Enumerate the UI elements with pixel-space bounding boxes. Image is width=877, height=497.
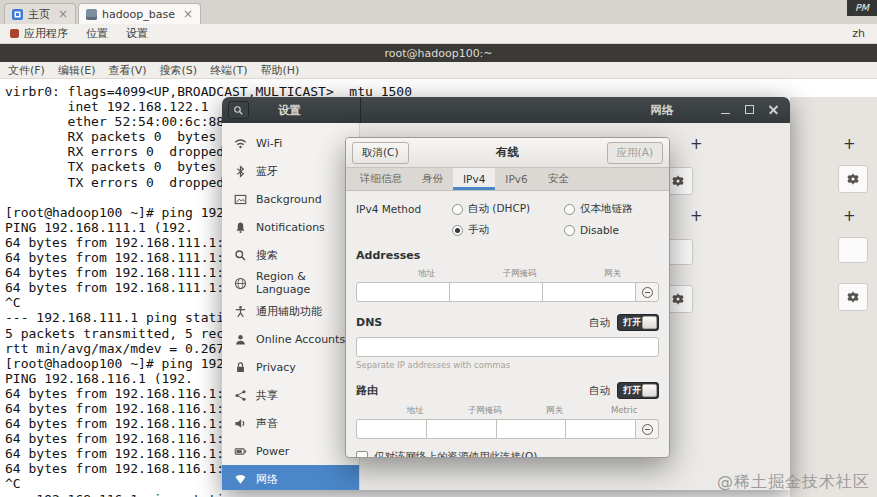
apply-button[interactable]: 应用(A) xyxy=(607,142,663,164)
applications-icon xyxy=(10,29,19,38)
sidebar-item[interactable]: Background xyxy=(222,185,359,213)
terminal-menu-item[interactable]: 终端(T) xyxy=(210,63,247,78)
sidebar-item-label: 搜索 xyxy=(256,248,278,263)
dns-section-header: DNS 自动 打开 xyxy=(356,314,659,331)
sidebar-item[interactable]: Online Accounts xyxy=(222,325,359,353)
applications-menu[interactable]: 应用程序 xyxy=(10,26,68,41)
screen: 主页 × hadoop_base × 应用程序 位置 设置 zh root@ha… xyxy=(0,0,877,497)
sidebar-item[interactable]: Wi-Fi xyxy=(222,129,359,157)
column-spacer xyxy=(356,268,380,280)
dialog-tab[interactable]: 详细信息 xyxy=(350,168,412,190)
toggle-knob xyxy=(642,384,657,397)
minimize-button[interactable] xyxy=(719,103,732,116)
toggle-on-label: 打开 xyxy=(623,384,641,397)
ipv4-method-options: 自动 (DHCP) 仅本地链路 手动 xyxy=(452,202,633,237)
sidebar-item-label: Online Accounts xyxy=(256,333,345,346)
background-window: + + xyxy=(790,97,877,497)
dialog-header: 有线 取消(C) 应用(A) xyxy=(346,138,669,168)
maximize-button[interactable] xyxy=(743,103,756,116)
route-gateway-input[interactable] xyxy=(496,419,567,439)
ipv4-method-radio[interactable]: 手动 xyxy=(452,223,560,237)
terminal-menu-item[interactable]: 搜索(S) xyxy=(160,63,198,78)
dialog-tab[interactable]: 身份 xyxy=(412,168,453,190)
sidebar-item-label: Region & Language xyxy=(256,270,353,296)
column-header: 网关 xyxy=(566,268,659,280)
sidebar-item-label: 声音 xyxy=(256,416,278,431)
tab-close-icon[interactable]: × xyxy=(183,8,193,20)
dns-input[interactable] xyxy=(356,337,659,357)
search-button[interactable] xyxy=(228,101,249,119)
add-connection-button[interactable]: + xyxy=(690,137,703,152)
sidebar-item[interactable]: 通用辅助功能 xyxy=(222,297,359,325)
routes-auto-toggle[interactable]: 打开 xyxy=(617,382,659,399)
radio-icon xyxy=(564,204,575,215)
ipv4-method-radio[interactable]: 仅本地链路 xyxy=(564,202,633,216)
settings-window-title: 设置 xyxy=(278,103,301,118)
column-spacer xyxy=(356,405,380,417)
terminal-menu-item[interactable]: 文件(F) xyxy=(8,63,45,78)
window-controls xyxy=(719,103,780,116)
connection-settings-button[interactable] xyxy=(838,165,868,193)
dialog-tab[interactable]: IPv6 xyxy=(495,168,537,190)
add-button[interactable]: + xyxy=(843,137,856,152)
dialog-tab-bar: 详细信息 身份 IPv4 IPv6 安全 xyxy=(346,168,669,191)
routes-auto-label: 自动 xyxy=(589,384,610,398)
settings-label: 设置 xyxy=(126,26,148,41)
tab-close-icon[interactable]: × xyxy=(58,8,68,20)
settings-menu[interactable]: 设置 xyxy=(126,26,148,41)
use-only-for-network-checkbox[interactable]: 仅对该网络上的资源使用此连接(O) xyxy=(356,450,659,458)
dialog-tab[interactable]: 安全 xyxy=(538,168,579,190)
add-button[interactable]: + xyxy=(843,209,856,224)
remove-address-button[interactable] xyxy=(635,282,659,302)
ipv4-method-radio[interactable]: Disable xyxy=(564,223,633,237)
connection-settings-button[interactable] xyxy=(838,283,868,311)
input-method-indicator[interactable]: zh xyxy=(852,27,865,40)
route-metric-input[interactable] xyxy=(565,419,636,439)
terminal-menu-item[interactable]: 查看(V) xyxy=(108,63,146,78)
sidebar-item-icon xyxy=(234,305,247,318)
radio-label: 自动 (DHCP) xyxy=(468,202,530,216)
sidebar-item[interactable]: 声音 xyxy=(222,409,359,437)
ipv4-method-radio[interactable]: 自动 (DHCP) xyxy=(452,202,560,216)
sidebar-item[interactable]: 搜索 xyxy=(222,241,359,269)
route-row xyxy=(356,419,659,439)
sidebar-item[interactable]: Power xyxy=(222,437,359,465)
applications-label: 应用程序 xyxy=(24,26,68,41)
sidebar-item[interactable]: Notifications xyxy=(222,213,359,241)
sidebar-item[interactable]: Privacy xyxy=(222,353,359,381)
dns-hint: Separate IP addresses with commas xyxy=(356,360,659,370)
add-connection-button[interactable]: + xyxy=(690,209,703,224)
sidebar-item[interactable]: 共享 xyxy=(222,381,359,409)
column-header: 子网掩码 xyxy=(450,405,520,417)
sidebar-item-label: Background xyxy=(256,193,322,206)
settings-title-bar: 设置 网络 xyxy=(222,97,790,123)
browser-tab-home[interactable]: 主页 × xyxy=(4,3,76,24)
route-address-input[interactable] xyxy=(356,419,427,439)
dialog-tab[interactable]: IPv4 xyxy=(453,168,495,190)
terminal-menu-item[interactable]: 帮助(H) xyxy=(260,63,299,78)
addresses-section-title: Addresses xyxy=(356,249,659,262)
address-input[interactable] xyxy=(356,282,450,302)
addresses-column-headers: 地址子网掩码网关 xyxy=(356,268,659,280)
address-row xyxy=(356,282,659,302)
gnome-top-bar: 应用程序 位置 设置 zh xyxy=(0,24,877,44)
sidebar-item[interactable]: 网络 xyxy=(222,465,359,490)
browser-tab-hadoop[interactable]: hadoop_base × xyxy=(78,3,201,24)
route-netmask-input[interactable] xyxy=(426,419,497,439)
sidebar-item-icon xyxy=(234,165,247,178)
dns-auto-toggle[interactable]: 打开 xyxy=(617,314,659,331)
sidebar-item[interactable]: Region & Language xyxy=(222,269,359,297)
sidebar-item-label: 通用辅助功能 xyxy=(256,304,322,319)
sidebar-item[interactable]: 蓝牙 xyxy=(222,157,359,185)
netmask-input[interactable] xyxy=(449,282,543,302)
search-icon xyxy=(233,105,244,116)
terminal-menu-item[interactable]: 编辑(E) xyxy=(58,63,96,78)
gateway-input[interactable] xyxy=(542,282,636,302)
radio-label: 仅本地链路 xyxy=(580,202,633,216)
places-menu[interactable]: 位置 xyxy=(86,26,108,41)
cancel-button[interactable]: 取消(C) xyxy=(352,142,409,164)
close-button[interactable] xyxy=(767,103,780,116)
radio-icon xyxy=(452,204,463,215)
minus-icon xyxy=(642,424,653,435)
remove-route-button[interactable] xyxy=(635,419,659,439)
